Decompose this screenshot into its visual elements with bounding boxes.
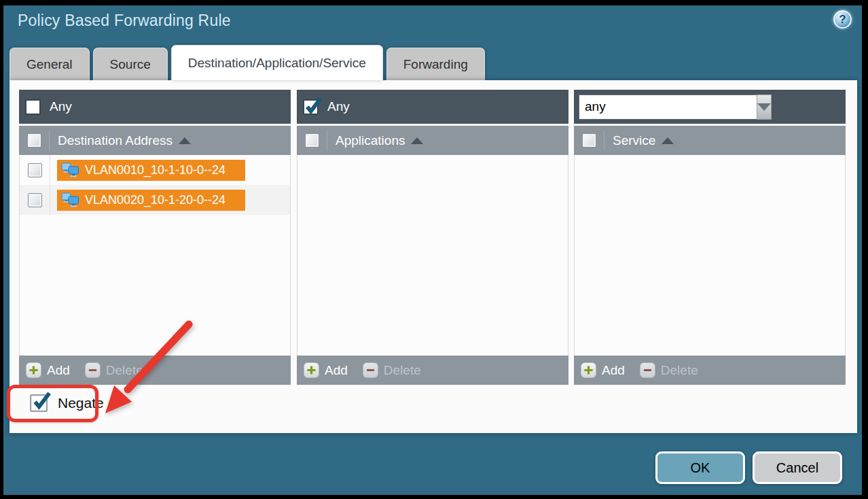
applications-select-all-checkbox[interactable] (305, 133, 319, 148)
destination-any-band: Any (19, 90, 291, 124)
delete-icon (640, 362, 655, 378)
negate-highlight-box (7, 385, 98, 422)
tab-source[interactable]: Source (93, 48, 168, 80)
row-checkbox[interactable] (28, 163, 42, 177)
service-dropdown (579, 94, 756, 120)
network-address-icon (61, 162, 79, 178)
destination-any-label: Any (50, 99, 72, 114)
address-object-label: VLAN0020_10-1-20-0--24 (85, 193, 225, 207)
applications-column: Any Applications Add Delete (297, 90, 568, 385)
ok-button[interactable]: OK (655, 451, 745, 484)
address-object-vlan0010[interactable]: VLAN0010_10-1-10-0--24 (57, 160, 245, 181)
delete-button: Delete (661, 363, 698, 378)
add-button[interactable]: Add (325, 363, 348, 378)
network-address-icon (61, 192, 79, 208)
destination-address-column: Any Destination Address (19, 90, 291, 385)
tab-content-panel: Any Destination Address (10, 80, 857, 433)
add-icon[interactable] (26, 362, 41, 378)
applications-footer: Add Delete (297, 356, 568, 385)
address-object-label: VLAN0010_10-1-10-0--24 (85, 163, 225, 177)
service-dropdown-input[interactable] (579, 94, 757, 120)
destination-address-list: VLAN0010_10-1-10-0--24 (19, 155, 291, 356)
sort-asc-icon (179, 137, 191, 144)
chevron-down-icon (757, 103, 771, 111)
table-row[interactable]: VLAN0010_10-1-10-0--24 (20, 155, 290, 185)
delete-button: Delete (106, 363, 143, 378)
service-select-all-checkbox[interactable] (582, 133, 596, 148)
destination-any-checkbox[interactable] (25, 99, 41, 115)
add-icon[interactable] (581, 362, 596, 378)
applications-list (297, 155, 568, 356)
applications-header-label[interactable]: Applications (327, 131, 423, 151)
add-button[interactable]: Add (47, 363, 70, 378)
tab-destination-application-service[interactable]: Destination/Application/Service (171, 45, 383, 80)
tab-forwarding[interactable]: Forwarding (386, 48, 485, 80)
destination-footer: Add Delete (19, 356, 291, 385)
service-footer: Add Delete (574, 356, 846, 385)
address-object-vlan0020[interactable]: VLAN0020_10-1-20-0--24 (57, 190, 245, 211)
delete-icon (363, 362, 378, 378)
sort-asc-icon (662, 137, 674, 144)
service-dropdown-band (574, 90, 846, 124)
service-column: Service Add Delete (574, 90, 846, 385)
applications-any-checkbox-checked[interactable] (303, 99, 319, 115)
applications-any-label: Any (327, 99, 350, 114)
delete-button: Delete (384, 363, 421, 378)
cancel-button[interactable]: Cancel (753, 451, 842, 484)
destination-address-header-label[interactable]: Destination Address (49, 131, 191, 151)
applications-any-band: Any (297, 90, 568, 124)
sort-asc-icon (411, 137, 423, 144)
add-button[interactable]: Add (602, 363, 625, 378)
destination-address-header: Destination Address (19, 126, 291, 155)
screenshot-root: Policy Based Forwarding Rule ? General S… (0, 0, 868, 499)
dropdown-button[interactable] (757, 94, 772, 120)
service-header-label[interactable]: Service (604, 131, 674, 151)
delete-icon (85, 362, 101, 378)
service-header: Service (574, 126, 846, 155)
tab-general[interactable]: General (10, 48, 90, 80)
service-list (574, 155, 846, 356)
help-icon[interactable]: ? (833, 10, 852, 29)
tab-bar: General Source Destination/Application/S… (10, 45, 485, 80)
add-icon[interactable] (304, 362, 319, 378)
row-checkbox[interactable] (28, 193, 42, 207)
dialog-title: Policy Based Forwarding Rule (18, 12, 231, 30)
table-row[interactable]: VLAN0020_10-1-20-0--24 (20, 185, 290, 215)
applications-header: Applications (297, 126, 568, 155)
destination-select-all-checkbox[interactable] (27, 133, 41, 148)
